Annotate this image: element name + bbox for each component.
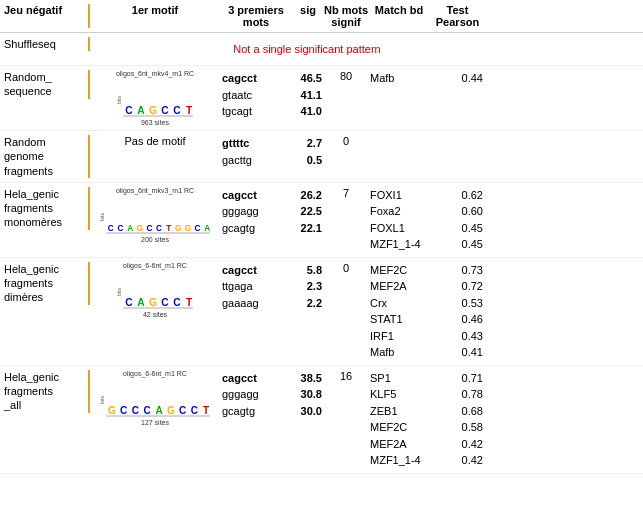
table-row: Hela_genic fragments monomèresoligos_6nt… [0, 183, 643, 258]
svg-text:T: T [166, 224, 171, 233]
row-matchbd: SP1KLF5ZEB1MEF2CMEF2AMZF1_1-4 [368, 370, 430, 469]
word-item: gaaaag [222, 295, 290, 312]
row-matchbd: FOXI1Foxa2FOXL1MZF1_1-4 [368, 187, 430, 253]
word-item: gtaatc [222, 87, 290, 104]
word-item: gggagg [222, 386, 290, 403]
svg-text:C: C [120, 405, 127, 416]
test-value: 0.68 [462, 403, 483, 420]
match-item: MEF2A [370, 278, 428, 295]
word-item: gcagtg [222, 403, 290, 420]
match-item: MEF2A [370, 436, 428, 453]
row-label: Random genome fragments [0, 135, 90, 178]
word-item: gggagg [222, 203, 290, 220]
row-words: gttttcgacttg [220, 135, 292, 168]
sig-value: 22.1 [301, 220, 322, 237]
logo-svg: bitsCAGCCT [117, 270, 193, 310]
match-item: FOXL1 [370, 220, 428, 237]
table-row: Random_ sequenceoligos_6nt_mkv4_m1 RCbit… [0, 66, 643, 131]
table-row: Hela_genic fragments dimèresoligos_6-6nt… [0, 258, 643, 366]
match-item: MZF1_1-4 [370, 236, 428, 253]
svg-text:bits: bits [100, 396, 105, 404]
row-test-pearson: 0.44 [430, 70, 485, 87]
logo-container: oligos_6-6nt_m1 RCbitsCAGCCT42 sites [117, 262, 193, 318]
match-item: FOXI1 [370, 187, 428, 204]
col-header-matchbd: Match bd [368, 4, 430, 28]
sig-value: 2.7 [307, 135, 322, 152]
match-item: MEF2C [370, 262, 428, 279]
match-item: Foxa2 [370, 203, 428, 220]
main-container: Jeu négatif 1er motif 3 premiers mots si… [0, 0, 643, 474]
row-label: Shuffleseq [0, 37, 90, 51]
row-label: Hela_genic fragments _all [0, 370, 90, 413]
test-value: 0.53 [462, 295, 483, 312]
svg-text:C: C [156, 224, 162, 233]
test-value: 0.45 [462, 236, 483, 253]
match-item: Mafb [370, 70, 428, 87]
logo-sites: 42 sites [143, 311, 167, 318]
col-header-jeu: Jeu négatif [0, 4, 90, 28]
row-motif: Not a single significant pattern [90, 37, 520, 61]
sig-value: 30.0 [301, 403, 322, 420]
logo-svg: bitsCCAGCCTGGCA [100, 195, 210, 235]
word-item: cagcct [222, 70, 290, 87]
match-item: STAT1 [370, 311, 428, 328]
test-value: 0.73 [462, 262, 483, 279]
row-sig: 38.530.830.0 [292, 370, 324, 420]
match-item: Mafb [370, 344, 428, 361]
test-value: 0.58 [462, 419, 483, 436]
row-words: cagcctgggagggcagtg [220, 370, 292, 420]
logo-title: oligos_6-6nt_m1 RC [123, 262, 187, 269]
word-item: gacttg [222, 152, 290, 169]
logo-svg: bitsCAGCCT [117, 78, 193, 118]
svg-text:C: C [132, 405, 139, 416]
sig-value: 41.1 [301, 87, 322, 104]
svg-text:G: G [175, 224, 181, 233]
match-item: KLF5 [370, 386, 428, 403]
svg-text:G: G [137, 224, 143, 233]
match-item: SP1 [370, 370, 428, 387]
svg-text:C: C [173, 105, 181, 116]
table-row: Hela_genic fragments _alloligos_6-6nt_m1… [0, 366, 643, 474]
row-matchbd: MEF2CMEF2ACrxSTAT1IRF1Mafb [368, 262, 430, 361]
row-nbmots: 7 [324, 187, 368, 199]
sig-value: 5.8 [307, 262, 322, 279]
svg-text:C: C [161, 297, 169, 308]
row-sig: 46.541.141.0 [292, 70, 324, 120]
table-row: Random genome fragmentsPas de motifgtttt… [0, 131, 643, 183]
test-value: 0.41 [462, 344, 483, 361]
row-words: cagcctttgagagaaaag [220, 262, 292, 312]
test-value: 0.42 [462, 452, 483, 469]
col-header-3motifs: 3 premiers mots [220, 4, 292, 28]
match-item: ZEB1 [370, 403, 428, 420]
logo-title: oligos_6-6nt_m1 RC [123, 370, 187, 377]
logo-title: oligos_6nt_mkv3_m1 RC [116, 187, 194, 194]
pas-de-motif: Pas de motif [124, 135, 185, 147]
logo-container: oligos_6nt_mkv4_m1 RCbitsCAGCCT963 sites [116, 70, 194, 126]
svg-text:G: G [149, 105, 157, 116]
logo-sites: 963 sites [141, 119, 169, 126]
match-item: MEF2C [370, 419, 428, 436]
svg-text:G: G [167, 405, 175, 416]
row-sig: 2.70.5 [292, 135, 324, 168]
svg-text:A: A [137, 105, 145, 116]
col-header-sig: sig [292, 4, 324, 28]
row-words: cagcctgggagggcagtg [220, 187, 292, 237]
logo-container: oligos_6nt_mkv3_m1 RCbitsCCAGCCTGGCA200 … [100, 187, 210, 243]
table-row: ShuffleseqNot a single significant patte… [0, 33, 643, 66]
row-motif: oligos_6-6nt_m1 RCbitsCAGCCT42 sites [90, 262, 220, 318]
col-header-motif: 1er motif [90, 4, 220, 28]
logo-sites: 127 sites [141, 419, 169, 426]
svg-text:C: C [108, 224, 114, 233]
row-label: Hela_genic fragments monomères [0, 187, 90, 230]
row-label: Random_ sequence [0, 70, 90, 99]
rows-container: ShuffleseqNot a single significant patte… [0, 33, 643, 474]
row-test-pearson: 0.730.720.530.460.430.41 [430, 262, 485, 361]
sig-value: 26.2 [301, 187, 322, 204]
word-item: tgcagt [222, 103, 290, 120]
match-item: Crx [370, 295, 428, 312]
test-value: 0.78 [462, 386, 483, 403]
logo-svg: bitsGCCCAGCCT [100, 378, 210, 418]
row-nbmots: 80 [324, 70, 368, 82]
row-motif: oligos_6nt_mkv3_m1 RCbitsCCAGCCTGGCA200 … [90, 187, 220, 243]
col-header-test: Test Pearson [430, 4, 485, 28]
